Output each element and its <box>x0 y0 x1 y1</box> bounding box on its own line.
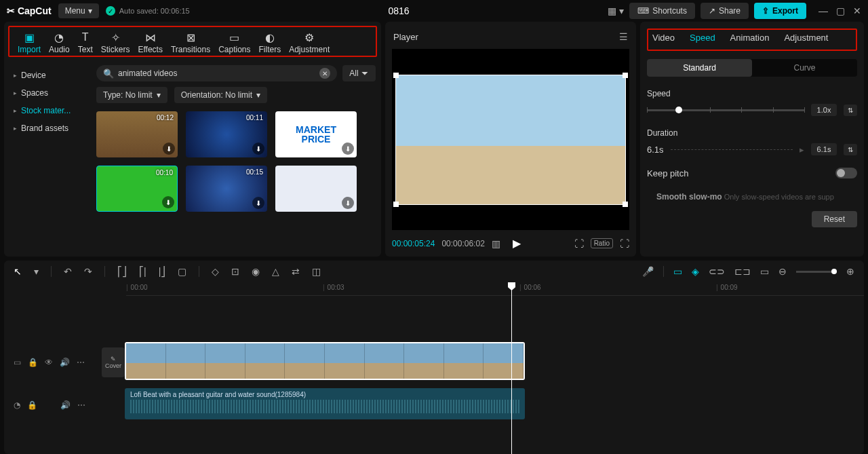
share-button[interactable]: ↗Share <box>701 3 749 19</box>
seg-standard[interactable]: Standard <box>647 59 752 77</box>
filter-all-button[interactable]: All ⏷ <box>342 65 376 81</box>
duration-value[interactable]: 6.1s <box>811 143 837 155</box>
download-icon[interactable]: ⬇ <box>252 197 264 209</box>
tab-adjustment[interactable]: ⚙Adjustment <box>285 30 334 56</box>
resize-handle[interactable] <box>393 202 399 207</box>
track-icon[interactable]: ▭ <box>760 266 769 277</box>
freeze-icon[interactable]: ⊡ <box>231 266 239 277</box>
media-thumb[interactable]: MARKETPRICE⬇ <box>275 111 357 157</box>
ratio-button[interactable]: Ratio <box>591 238 613 248</box>
fullscreen-icon[interactable]: ⛶ <box>620 238 629 249</box>
resize-handle[interactable] <box>393 73 399 78</box>
minimize-icon[interactable]: — <box>818 5 828 16</box>
speed-stepper[interactable]: ⇅ <box>844 105 857 116</box>
tab-audio[interactable]: ◔Audio <box>45 30 74 56</box>
download-icon[interactable]: ⬇ <box>162 196 174 208</box>
media-thumb[interactable]: ⬇ <box>275 166 357 212</box>
player-menu-icon[interactable]: ☰ <box>619 31 628 42</box>
audio-clip[interactable]: Lofi Beat with a pleasant guitar and wat… <box>125 388 525 419</box>
more-icon[interactable]: ⋯ <box>77 400 85 410</box>
eye-icon[interactable]: 👁 <box>45 358 53 367</box>
prop-tab-adjustment[interactable]: Adjustment <box>784 33 828 43</box>
shield-icon[interactable]: ◇ <box>212 266 219 277</box>
tab-stickers[interactable]: ✧Stickers <box>97 30 134 56</box>
keep-pitch-toggle[interactable] <box>835 168 857 178</box>
preview-frame[interactable] <box>395 75 626 205</box>
download-icon[interactable]: ⬇ <box>252 143 264 155</box>
seg-curve[interactable]: Curve <box>752 59 857 77</box>
prop-tab-speed[interactable]: Speed <box>690 33 715 43</box>
mute-icon[interactable]: 🔊 <box>60 400 71 410</box>
crop-icon[interactable]: ◫ <box>312 266 321 277</box>
media-thumb[interactable]: 00:11⬇ <box>186 111 267 157</box>
filter-orientation[interactable]: Orientation: No limit▾ <box>174 87 267 103</box>
lock-icon[interactable]: 🔒 <box>27 400 37 410</box>
search-box[interactable]: 🔍 ✕ <box>96 65 337 81</box>
sidebar-item-spaces[interactable]: ▸Spaces <box>8 84 87 102</box>
mirror-icon[interactable]: △ <box>272 266 279 277</box>
media-thumb[interactable]: 00:10⬇ <box>96 166 178 212</box>
tab-captions[interactable]: ▭Captions <box>214 30 254 56</box>
lock-icon[interactable]: 🔒 <box>28 358 38 367</box>
audio-track-icon[interactable]: ◔ <box>14 400 20 410</box>
zoom-in-icon[interactable]: ⊕ <box>846 266 854 277</box>
maximize-icon[interactable]: ▢ <box>836 5 845 16</box>
mic-icon[interactable]: 🎤 <box>642 266 654 277</box>
resize-handle[interactable] <box>623 73 628 78</box>
tool-select-drop[interactable]: ▾ <box>34 266 39 277</box>
sidebar-item-brand[interactable]: ▸Brand assets <box>8 119 87 137</box>
magnet-preview-icon[interactable]: ▭ <box>673 266 682 277</box>
reverse-icon[interactable]: ⇄ <box>292 266 300 277</box>
play-icon[interactable]: ▶ <box>513 237 521 250</box>
download-icon[interactable]: ⬇ <box>163 143 175 155</box>
prop-tab-video[interactable]: Video <box>652 33 675 43</box>
snap-icon[interactable]: ◈ <box>692 266 699 277</box>
scan-icon[interactable]: ⛶ <box>574 238 584 249</box>
speed-value[interactable]: 1.0x <box>811 104 837 116</box>
more-icon[interactable]: ⋯ <box>77 358 85 367</box>
trim-left-icon[interactable]: ⎡| <box>139 266 146 277</box>
media-thumb[interactable]: 00:15⬇ <box>186 166 267 212</box>
download-icon[interactable]: ⬇ <box>342 197 354 209</box>
prop-tab-animation[interactable]: Animation <box>730 33 770 43</box>
timeline-ruler[interactable]: 00:00 00:03 00:06 00:09 <box>126 282 864 296</box>
menu-button[interactable]: Menu ▾ <box>58 3 99 18</box>
duration-stepper[interactable]: ⇅ <box>844 144 857 155</box>
export-button[interactable]: ⇪Export <box>754 3 806 19</box>
tab-import[interactable]: ▣Import <box>14 30 45 56</box>
tab-filters[interactable]: ◐Filters <box>255 30 285 56</box>
player-canvas[interactable] <box>392 49 629 230</box>
columns-icon[interactable]: ▥ <box>492 238 500 249</box>
search-input[interactable] <box>118 69 315 78</box>
trim-right-icon[interactable]: |⎦ <box>159 266 166 277</box>
tab-effects[interactable]: ⋈Effects <box>134 30 166 56</box>
layout-icon[interactable]: ▦ ▾ <box>608 5 624 16</box>
cover-button[interactable]: ✎Cover <box>102 347 125 377</box>
sidebar-item-stock[interactable]: ▸Stock mater... <box>8 102 87 119</box>
undo-icon[interactable]: ↶ <box>64 266 72 277</box>
resize-handle[interactable] <box>623 202 628 207</box>
video-clip[interactable]: 1.00x ▸ <box>125 342 525 380</box>
tab-text[interactable]: TText <box>74 30 97 56</box>
speed-slider[interactable] <box>647 109 804 111</box>
filter-type[interactable]: Type: No limit▾ <box>96 87 167 103</box>
delete-icon[interactable]: ▢ <box>178 266 186 277</box>
reset-button[interactable]: Reset <box>812 211 857 227</box>
media-thumb[interactable]: 00:12⬇ <box>96 111 178 157</box>
speed-icon[interactable]: ◉ <box>252 266 260 277</box>
redo-icon[interactable]: ↷ <box>84 266 92 277</box>
download-icon[interactable]: ⬇ <box>342 143 354 155</box>
sidebar-item-device[interactable]: ▸Device <box>8 67 87 84</box>
split-icon[interactable]: ⎡⎦ <box>117 266 127 277</box>
align-icon[interactable]: ⊏⊐ <box>734 266 751 277</box>
clear-search-icon[interactable]: ✕ <box>319 68 330 79</box>
zoom-out-icon[interactable]: ⊖ <box>778 266 787 277</box>
link-icon[interactable]: ⊂⊃ <box>709 266 725 277</box>
playhead[interactable] <box>511 282 512 454</box>
tab-transitions[interactable]: ⊠Transitions <box>167 30 214 56</box>
shortcuts-button[interactable]: ⌨Shortcuts <box>629 3 695 19</box>
close-icon[interactable]: ✕ <box>853 5 861 16</box>
slider-thumb[interactable] <box>675 107 682 113</box>
tool-select[interactable]: ↖ <box>14 266 22 277</box>
mute-icon[interactable]: 🔊 <box>60 358 70 367</box>
